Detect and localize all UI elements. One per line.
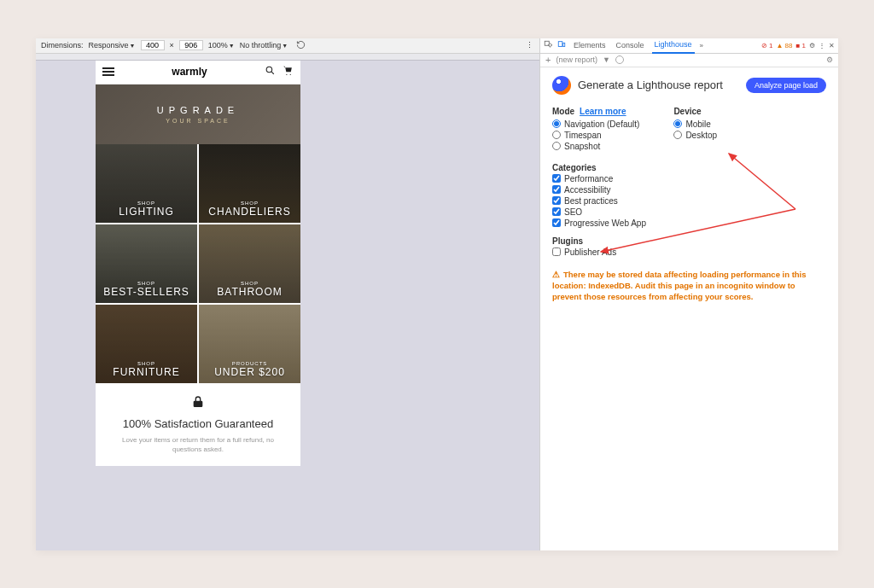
analyze-button[interactable]: Analyze page load	[746, 78, 826, 93]
tile-lighting[interactable]: SHOPLIGHTING	[96, 144, 197, 223]
lighthouse-gear-icon[interactable]: ⚙	[826, 55, 833, 64]
lighthouse-logo-icon	[552, 76, 571, 95]
hamburger-icon[interactable]	[102, 67, 114, 76]
report-dropdown-icon[interactable]: ▼	[603, 55, 610, 64]
throttling-select[interactable]: No throttling▼	[240, 41, 288, 49]
close-icon[interactable]: ✕	[829, 42, 835, 49]
plugin-publisher-ads[interactable]: Publisher Ads	[552, 247, 826, 257]
cat-accessibility[interactable]: Accessibility	[552, 185, 826, 195]
cat-best-practices[interactable]: Best practices	[552, 196, 826, 206]
times-icon: ×	[170, 41, 174, 49]
svg-rect-3	[563, 43, 565, 46]
lighthouse-body: Generate a Lighthouse report Analyze pag…	[540, 67, 838, 311]
tab-console[interactable]: Console	[614, 41, 647, 49]
device-toolbar: Dimensions: Responsive▼ × 100%▼ No throt…	[36, 38, 539, 54]
learn-more-link[interactable]: Learn more	[580, 107, 626, 116]
status-errors[interactable]: ⊘ 1	[761, 42, 773, 49]
satisfaction-title: 100% Satisfaction Guaranteed	[108, 417, 288, 430]
mobile-viewport: warmly UPGRADE YOUR SPACE SHOPLIGHTING S…	[96, 61, 300, 466]
tile-furniture[interactable]: SHOPFURNITURE	[96, 305, 197, 383]
devtools-tabs: Elements Console Lighthouse » ⊘ 1 ▲ 88 ■…	[540, 38, 838, 54]
zoom-select[interactable]: 100%▼	[208, 41, 235, 49]
lighthouse-title: Generate a Lighthouse report	[578, 79, 739, 91]
device-mobile[interactable]: Mobile	[673, 119, 717, 129]
height-input[interactable]	[179, 40, 203, 50]
tab-elements[interactable]: Elements	[571, 41, 609, 49]
ruler	[36, 54, 539, 61]
kebab-icon[interactable]: ⋮	[819, 42, 825, 49]
dimensions-label: Dimensions:	[41, 41, 84, 49]
device-desktop[interactable]: Desktop	[673, 131, 717, 140]
more-tabs-icon[interactable]: »	[700, 42, 703, 49]
category-grid: SHOPLIGHTING SHOPCHANDELIERS SHOPBEST-SE…	[96, 144, 300, 383]
hero-banner[interactable]: UPGRADE YOUR SPACE	[96, 84, 300, 144]
search-icon[interactable]	[265, 64, 276, 79]
mode-timespan[interactable]: Timespan	[552, 131, 639, 140]
lock-icon	[191, 395, 205, 409]
cart-icon[interactable]	[283, 64, 294, 79]
device-preview-pane: Dimensions: Responsive▼ × 100%▼ No throt…	[36, 38, 539, 550]
mode-navigation[interactable]: Navigation (Default)	[552, 119, 639, 129]
plugins-label: Plugins	[552, 236, 583, 246]
device-toggle-icon[interactable]	[557, 40, 566, 50]
tile-bestsellers[interactable]: SHOPBEST-SELLERS	[96, 224, 197, 303]
more-icon[interactable]: ⋮	[526, 41, 534, 49]
width-input[interactable]	[141, 40, 165, 50]
tile-chandeliers[interactable]: SHOPCHANDELIERS	[199, 144, 300, 223]
new-report-icon[interactable]: +	[545, 55, 551, 65]
tile-bathroom[interactable]: SHOPBATHROOM	[199, 224, 300, 303]
mode-label: Mode	[552, 107, 574, 116]
clear-icon[interactable]	[615, 55, 624, 64]
brand-logo[interactable]: warmly	[172, 66, 207, 78]
tile-under200[interactable]: PRODUCTSUNDER $200	[199, 305, 300, 383]
devtools-pane: Elements Console Lighthouse » ⊘ 1 ▲ 88 ■…	[539, 38, 838, 550]
svg-point-0	[266, 67, 272, 73]
status-info[interactable]: ■ 1	[795, 42, 806, 49]
cat-seo[interactable]: SEO	[552, 207, 826, 217]
warning-message: ⚠There may be stored data affecting load…	[552, 269, 826, 303]
mode-snapshot[interactable]: Snapshot	[552, 142, 639, 151]
cat-pwa[interactable]: Progressive Web App	[552, 218, 826, 228]
tab-lighthouse[interactable]: Lighthouse	[652, 38, 695, 54]
dimensions-select[interactable]: Responsive▼	[89, 41, 136, 49]
svg-rect-2	[558, 42, 562, 47]
rotate-icon[interactable]	[296, 40, 306, 51]
satisfaction-sub: Love your items or return them for a ful…	[108, 435, 288, 454]
status-warnings[interactable]: ▲ 88	[776, 42, 792, 49]
lighthouse-subbar: + (new report) ▼ ⚙	[540, 54, 838, 67]
categories-label: Categories	[552, 163, 597, 172]
warning-icon: ⚠	[552, 270, 560, 279]
satisfaction-block: 100% Satisfaction Guaranteed Love your i…	[96, 383, 300, 466]
new-report-label[interactable]: (new report)	[556, 55, 597, 64]
inspect-icon[interactable]	[544, 40, 552, 50]
cat-performance[interactable]: Performance	[552, 174, 826, 183]
site-header: warmly	[96, 61, 300, 84]
gear-icon[interactable]: ⚙	[809, 42, 815, 49]
device-label: Device	[673, 107, 717, 116]
